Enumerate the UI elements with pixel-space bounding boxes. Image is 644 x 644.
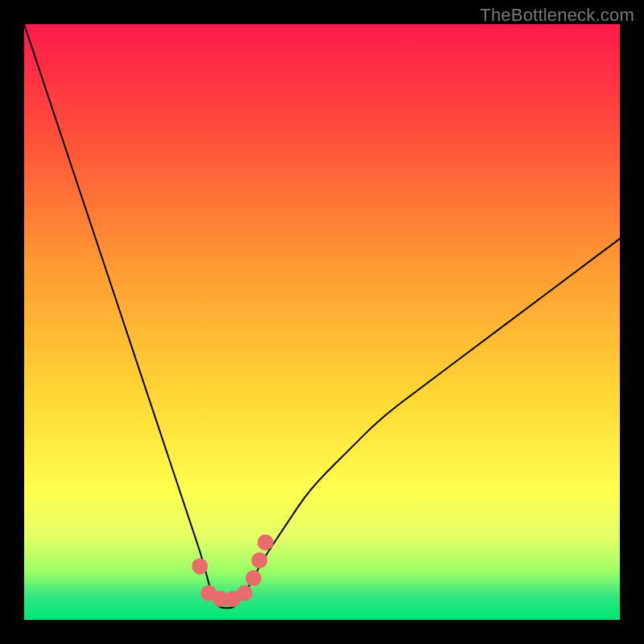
chart-svg	[24, 24, 620, 620]
trough-marker	[258, 535, 274, 551]
watermark-text: TheBottleneck.com	[480, 5, 634, 26]
trough-marker	[192, 558, 208, 574]
chart-frame: TheBottleneck.com	[0, 0, 644, 644]
trough-marker	[237, 585, 253, 601]
plot-area	[24, 24, 620, 620]
trough-marker	[246, 570, 262, 586]
gradient-background	[24, 24, 620, 620]
trough-marker	[251, 552, 267, 568]
